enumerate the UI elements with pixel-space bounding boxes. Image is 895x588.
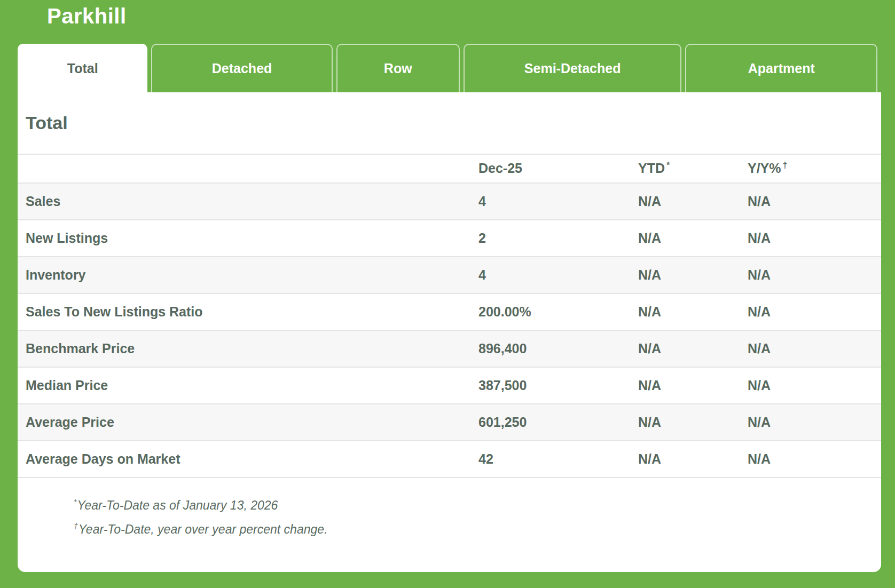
- table-row: New Listings 2 N/A N/A: [18, 220, 881, 257]
- value-dec25: 387,500: [478, 378, 638, 393]
- page-title: Parkhill: [47, 4, 127, 28]
- footnote-ytd: *Year-To-Date as of January 13, 2026: [74, 492, 881, 516]
- tab-bar: Total Detached Row Semi-Detached Apartme…: [18, 44, 877, 92]
- metric-label: Sales: [18, 194, 478, 209]
- metric-label: New Listings: [18, 231, 478, 246]
- metric-label: Inventory: [18, 267, 478, 283]
- value-ytd: N/A: [638, 304, 748, 320]
- value-ytd: N/A: [638, 341, 748, 356]
- tab-label: Apartment: [748, 61, 815, 76]
- value-dec25: 4: [478, 194, 638, 209]
- footnote-yoy: †Year-To-Date, year over year percent ch…: [74, 516, 881, 540]
- metric-label: Median Price: [18, 378, 478, 393]
- stats-card: Total Dec-25 YTD* Y/Y%† Sales 4 N/A N/A …: [18, 92, 881, 572]
- tab-semi-detached[interactable]: Semi-Detached: [464, 44, 682, 92]
- tab-label: Row: [384, 61, 412, 76]
- table-row: Sales 4 N/A N/A: [18, 184, 881, 220]
- asterisk-mark: *: [74, 498, 76, 506]
- footnotes: *Year-To-Date as of January 13, 2026 †Ye…: [18, 478, 881, 539]
- value-dec25: 42: [478, 451, 638, 467]
- table-row: Average Days on Market 42 N/A N/A: [18, 441, 881, 478]
- table-header-row: Dec-25 YTD* Y/Y%†: [18, 154, 881, 184]
- metric-label: Sales To New Listings Ratio: [18, 304, 478, 320]
- table-row: Inventory 4 N/A N/A: [18, 257, 881, 294]
- value-ytd: N/A: [638, 415, 748, 430]
- header-ytd: YTD*: [638, 161, 748, 176]
- table-row: Average Price 601,250 N/A N/A: [18, 404, 881, 441]
- tab-label: Total: [67, 61, 98, 76]
- metric-label: Average Days on Market: [18, 451, 478, 467]
- value-yoy: N/A: [748, 304, 881, 320]
- tab-row[interactable]: Row: [336, 44, 460, 92]
- value-ytd: N/A: [638, 378, 748, 393]
- tab-detached[interactable]: Detached: [151, 44, 332, 92]
- metric-label: Benchmark Price: [18, 341, 478, 356]
- value-yoy: N/A: [748, 341, 881, 356]
- value-yoy: N/A: [748, 451, 881, 467]
- value-yoy: N/A: [748, 267, 881, 283]
- value-ytd: N/A: [638, 451, 748, 467]
- tab-label: Semi-Detached: [524, 61, 621, 76]
- section-heading: Total: [18, 92, 881, 154]
- value-yoy: N/A: [748, 378, 881, 393]
- value-dec25: 200.00%: [478, 304, 638, 320]
- tab-label: Detached: [212, 61, 272, 76]
- value-ytd: N/A: [638, 231, 748, 246]
- header-yoy: Y/Y%†: [748, 161, 881, 176]
- report-page: Parkhill Total Detached Row Semi-Detache…: [0, 0, 895, 588]
- dagger-mark: †: [783, 161, 788, 170]
- table-row: Sales To New Listings Ratio 200.00% N/A …: [18, 294, 881, 331]
- tab-total[interactable]: Total: [18, 44, 147, 92]
- dagger-mark: †: [74, 522, 78, 530]
- asterisk-mark: *: [666, 161, 670, 170]
- table-row: Benchmark Price 896,400 N/A N/A: [18, 331, 881, 368]
- metric-label: Average Price: [18, 415, 478, 430]
- value-dec25: 4: [478, 267, 638, 283]
- value-dec25: 896,400: [478, 341, 638, 356]
- value-dec25: 601,250: [478, 415, 638, 430]
- table-row: Median Price 387,500 N/A N/A: [18, 368, 881, 404]
- value-yoy: N/A: [748, 194, 881, 209]
- value-ytd: N/A: [638, 267, 748, 283]
- value-yoy: N/A: [748, 231, 881, 246]
- value-yoy: N/A: [748, 415, 881, 430]
- header-dec25: Dec-25: [478, 161, 638, 176]
- value-ytd: N/A: [638, 194, 748, 209]
- value-dec25: 2: [478, 231, 638, 246]
- tab-apartment[interactable]: Apartment: [685, 44, 877, 92]
